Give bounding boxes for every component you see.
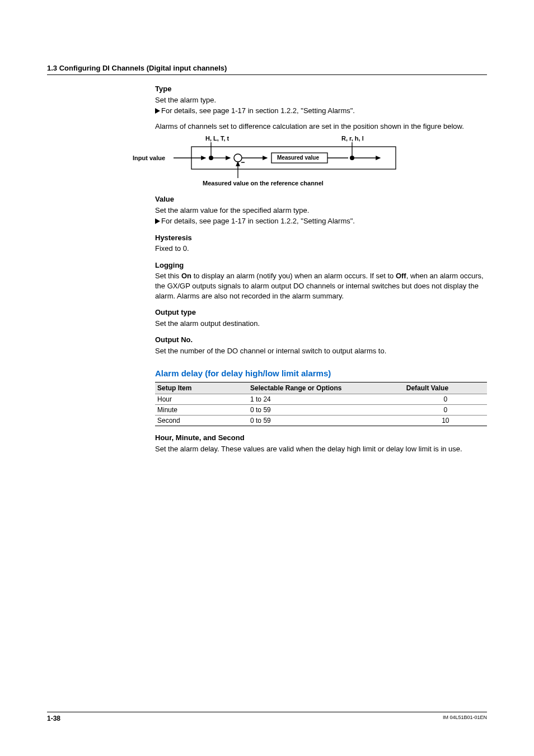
logging-heading: Logging bbox=[155, 260, 487, 270]
logging-pre: Set this bbox=[155, 272, 181, 280]
outtype-desc: Set the alarm output destination. bbox=[155, 319, 487, 329]
table-row: Hour 1 to 24 0 bbox=[155, 394, 487, 404]
svg-point-5 bbox=[234, 154, 242, 162]
cell-item: Second bbox=[155, 416, 248, 426]
outno-heading: Output No. bbox=[155, 335, 487, 345]
svg-point-9 bbox=[350, 156, 354, 160]
triangle-icon bbox=[155, 218, 160, 224]
th-setup-item: Setup Item bbox=[155, 382, 248, 394]
content-body: Type Set the alarm type. For details, se… bbox=[155, 84, 487, 454]
th-default: Default Value bbox=[404, 382, 487, 394]
page-footer: 1-38 IM 04L51B01-01EN bbox=[47, 712, 487, 722]
type-ref-row: For details, see page 1-17 in section 1.… bbox=[155, 106, 487, 116]
value-ref-row: For details, see page 1-17 in section 1.… bbox=[155, 216, 487, 226]
alarmdelay-heading: Alarm delay (for delay high/low limit al… bbox=[155, 368, 487, 379]
svg-rect-1 bbox=[271, 153, 327, 163]
hms-heading: Hour, Minute, and Second bbox=[155, 433, 487, 443]
page-number: 1-38 bbox=[47, 715, 60, 722]
header-text: 1.3 Configuring DI Channels (Digital inp… bbox=[47, 64, 227, 72]
logging-on: On bbox=[181, 272, 191, 280]
page-header: 1.3 Configuring DI Channels (Digital inp… bbox=[47, 63, 487, 75]
cell-range: 0 to 59 bbox=[248, 416, 404, 426]
outtype-heading: Output type bbox=[155, 307, 487, 318]
hysteresis-desc: Fixed to 0. bbox=[155, 244, 487, 254]
type-para2: Alarms of channels set to difference cal… bbox=[155, 122, 487, 132]
type-heading: Type bbox=[155, 84, 487, 94]
outno-desc: Set the number of the DO channel or inte… bbox=[155, 346, 487, 356]
diagram: H, L, T, t R, r, h, l Input value Measur… bbox=[172, 134, 418, 188]
cell-range: 0 to 59 bbox=[248, 404, 404, 415]
cell-item: Minute bbox=[155, 404, 248, 415]
cell-default: 0 bbox=[404, 404, 487, 415]
cell-item: Hour bbox=[155, 394, 248, 404]
cell-default: 0 bbox=[404, 394, 487, 404]
logging-mid: to display an alarm (notify you) when an… bbox=[191, 272, 396, 280]
table-row: Second 0 to 59 10 bbox=[155, 416, 487, 426]
th-range: Selectable Range or Options bbox=[248, 382, 404, 394]
value-heading: Value bbox=[155, 194, 487, 204]
type-desc: Set the alarm type. bbox=[155, 95, 487, 105]
triangle-icon bbox=[155, 108, 160, 114]
cell-range: 1 to 24 bbox=[248, 394, 404, 404]
hysteresis-heading: Hysteresis bbox=[155, 233, 487, 243]
diagram-svg bbox=[172, 134, 418, 188]
doc-number: IM 04L51B01-01EN bbox=[443, 715, 487, 722]
table-row: Minute 0 to 59 0 bbox=[155, 404, 487, 415]
diagram-input-label: Input value bbox=[133, 154, 165, 162]
logging-desc: Set this On to display an alarm (notify … bbox=[155, 271, 487, 301]
value-desc: Set the alarm value for the specified al… bbox=[155, 206, 487, 216]
alarmdelay-table: Setup Item Selectable Range or Options D… bbox=[155, 382, 487, 427]
logging-off: Off bbox=[396, 272, 406, 280]
hms-desc: Set the alarm delay. These values are va… bbox=[155, 444, 487, 454]
svg-point-3 bbox=[209, 156, 213, 160]
type-ref-text: For details, see page 1-17 in section 1.… bbox=[161, 106, 355, 116]
value-ref-text: For details, see page 1-17 in section 1.… bbox=[161, 216, 355, 226]
cell-default: 10 bbox=[404, 416, 487, 426]
